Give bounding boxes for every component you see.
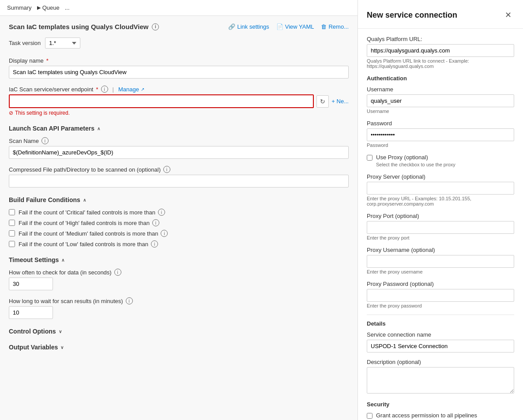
username-group: Username Username xyxy=(367,86,514,114)
content-area: Scan IaC templates using Qualys CloudVie… xyxy=(0,16,357,416)
use-proxy-checkbox[interactable] xyxy=(367,155,372,161)
proxy-server-group: Proxy Server (optional) Enter the proxy … xyxy=(367,173,514,206)
proxy-password-input[interactable] xyxy=(367,289,514,302)
service-connection-name-input[interactable] xyxy=(367,340,514,352)
scan-name-section: Scan Name i xyxy=(9,137,349,159)
wait-time-info-icon[interactable]: i xyxy=(126,297,133,304)
failure-2-info-icon[interactable]: i xyxy=(161,230,168,237)
required-star: * xyxy=(46,57,49,64)
description-label: Description (optional) xyxy=(367,359,514,365)
failure-condition-2-label: Fail if the count of 'Medium' failed con… xyxy=(19,230,168,237)
endpoint-info-icon[interactable]: i xyxy=(101,86,108,93)
timeout-header[interactable]: Timeout Settings ∧ xyxy=(9,256,349,263)
grant-access-label: Grant access permission to all pipelines xyxy=(376,412,477,419)
task-version-row: Task version 1.* xyxy=(9,38,349,49)
proxy-port-hint: Enter the proxy port xyxy=(367,235,514,240)
more-tab[interactable]: ... xyxy=(65,4,70,11)
link-settings-action[interactable]: 🔗 Link settings xyxy=(228,23,269,30)
compressed-file-label: Compressed File path/Directory to be sca… xyxy=(9,166,349,173)
top-actions: 🔗 Link settings 📄 View YAML 🗑 Remo... xyxy=(228,23,349,30)
scan-name-input[interactable] xyxy=(9,146,349,159)
endpoint-select[interactable] xyxy=(9,94,314,108)
endpoint-section: IaC Scan service/server endpoint * i | M… xyxy=(9,86,349,116)
page-title-info-icon[interactable]: i xyxy=(152,23,159,30)
scan-name-label: Scan Name i xyxy=(9,137,349,144)
more-label: ... xyxy=(65,4,70,11)
new-endpoint-button[interactable]: + Ne... xyxy=(331,98,349,105)
remove-icon: 🗑 xyxy=(321,23,327,30)
failure-condition-1-checkbox[interactable] xyxy=(9,220,15,226)
proxy-server-label: Proxy Server (optional) xyxy=(367,173,514,180)
grant-access-checkbox[interactable] xyxy=(367,413,372,419)
password-hint: Password xyxy=(367,142,514,148)
proxy-port-input[interactable] xyxy=(367,221,514,234)
build-failure-header[interactable]: Build Failure Conditions ∧ xyxy=(9,196,349,203)
summary-tab[interactable]: Summary xyxy=(7,4,32,11)
build-failure-chevron: ∧ xyxy=(83,198,86,202)
task-version-label: Task version xyxy=(9,40,41,46)
top-bar: Summary ▶ Queue ... xyxy=(0,0,357,16)
details-title: Details xyxy=(367,320,514,327)
failure-condition-3-checkbox[interactable] xyxy=(9,241,15,247)
view-yaml-action[interactable]: 📄 View YAML xyxy=(276,23,314,30)
display-name-section: Display name * xyxy=(9,57,349,79)
scan-name-info-icon[interactable]: i xyxy=(41,137,49,144)
check-freq-label: How often to check for data (in seconds)… xyxy=(9,269,349,276)
output-variables-header[interactable]: Output Variables ∨ xyxy=(9,344,349,351)
panel-title: New service connection xyxy=(367,11,457,20)
use-proxy-row: Use Proxy (optional) Select the checkbox… xyxy=(367,154,514,167)
failure-condition-0: Fail if the count of 'Critical' failed c… xyxy=(9,209,349,216)
task-version-select[interactable]: 1.* xyxy=(45,38,80,49)
proxy-username-input[interactable] xyxy=(367,255,514,268)
username-label: Username xyxy=(367,86,514,93)
control-options-chevron: ∨ xyxy=(59,329,62,334)
launch-scan-header[interactable]: Launch Scan API Parameters ∧ xyxy=(9,125,349,132)
qualys-url-input[interactable] xyxy=(367,44,514,57)
failure-condition-2-checkbox[interactable] xyxy=(9,230,15,236)
check-freq-input[interactable] xyxy=(9,278,53,290)
qualys-url-label: Qualys Platform URL: xyxy=(367,36,514,42)
remove-action[interactable]: 🗑 Remo... xyxy=(321,23,349,30)
panel-header: New service connection ✕ xyxy=(358,0,523,29)
error-icon: ⊘ xyxy=(9,110,13,116)
proxy-port-label: Proxy Port (optional) xyxy=(367,213,514,219)
password-input[interactable] xyxy=(367,128,514,141)
queue-label: Queue xyxy=(42,4,60,11)
check-freq-info-icon[interactable]: i xyxy=(114,269,121,276)
proxy-username-label: Proxy Username (optional) xyxy=(367,247,514,253)
close-button[interactable]: ✕ xyxy=(502,9,514,21)
proxy-server-input[interactable] xyxy=(367,182,514,195)
failure-3-info-icon[interactable]: i xyxy=(151,240,158,248)
panel-body: Qualys Platform URL: Qualys Platform URL… xyxy=(358,29,523,420)
wait-time-label: How long to wait for scan results (in mi… xyxy=(9,297,349,304)
control-options-header[interactable]: Control Options ∨ xyxy=(9,328,349,335)
password-group: Password Password xyxy=(367,120,514,148)
compressed-file-info-icon[interactable]: i xyxy=(163,166,170,173)
failure-condition-2: Fail if the count of 'Medium' failed con… xyxy=(9,230,349,237)
queue-tab[interactable]: ▶ Queue xyxy=(37,4,60,11)
manage-link[interactable]: Manage ↗ xyxy=(118,86,144,93)
yaml-icon: 📄 xyxy=(276,23,283,30)
failure-condition-0-checkbox[interactable] xyxy=(9,209,15,215)
proxy-username-hint: Enter the proxy username xyxy=(367,269,514,274)
username-hint: Username xyxy=(367,109,514,114)
proxy-password-hint: Enter the proxy password xyxy=(367,303,514,308)
refresh-button[interactable]: ↻ xyxy=(316,95,329,108)
wait-time-input[interactable] xyxy=(9,306,53,319)
compressed-file-input[interactable] xyxy=(9,175,349,188)
username-input[interactable] xyxy=(367,94,514,107)
endpoint-error: ⊘ This setting is required. xyxy=(9,110,349,116)
security-title: Security xyxy=(367,401,514,408)
launch-scan-chevron: ∧ xyxy=(97,126,100,131)
right-panel: New service connection ✕ Qualys Platform… xyxy=(357,0,523,420)
link-icon: 🔗 xyxy=(228,23,235,30)
failure-1-info-icon[interactable]: i xyxy=(152,219,159,226)
failure-0-info-icon[interactable]: i xyxy=(158,209,165,216)
left-panel: Summary ▶ Queue ... Scan IaC templates u… xyxy=(0,0,357,420)
use-proxy-hint: Select the checkbox to use the proxy xyxy=(376,162,455,167)
page-title: Scan IaC templates using Qualys CloudVie… xyxy=(9,23,159,30)
use-proxy-label: Use Proxy (optional) xyxy=(376,154,455,161)
description-textarea[interactable] xyxy=(367,367,514,394)
display-name-input[interactable] xyxy=(9,66,349,79)
failure-condition-3: Fail if the count of 'Low' failed contro… xyxy=(9,240,349,248)
